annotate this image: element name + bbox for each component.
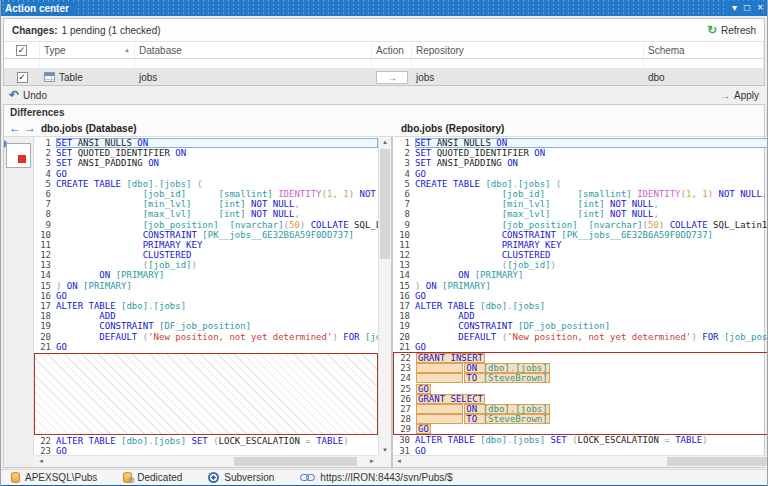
column-header-database[interactable]: Database [135,42,372,58]
code-token [56,332,99,342]
code-line[interactable]: 10 CONSTRAINT [PK__jobs__6E32B6A59F0DD73… [34,230,378,240]
code-line[interactable]: 6 [job_id] [smallint] IDENTITY(1, 1) NOT… [34,189,378,199]
code-line[interactable]: 12 CLUSTERED [393,250,768,260]
diff-map[interactable] [6,143,31,168]
code-line[interactable]: 31GO [393,446,768,455]
column-header-schema[interactable]: Schema [644,42,764,58]
code-line[interactable]: 20 DEFAULT ('New position, not yet deter… [34,332,378,342]
code-line[interactable]: 29GO [394,424,768,434]
code-line[interactable]: 13 ([job_id]) [393,260,768,270]
code-line[interactable]: 6 [job_id] [smallint] IDENTITY(1, 1) NOT… [393,189,768,199]
code-token [415,220,502,230]
undo-button[interactable]: ↶ Undo [9,90,47,101]
scroll-up-icon[interactable]: ▲ [379,139,391,145]
column-header-action[interactable]: Action [372,42,412,58]
code-line[interactable]: 5CREATE TABLE [dbo].[jobs] ( [393,179,768,189]
code-line[interactable]: 18 ADD [393,311,768,321]
scroll-left-icon[interactable]: ◄ [38,458,44,464]
select-all-checkbox[interactable] [16,45,27,56]
code-line[interactable]: 23GO [34,446,378,455]
code-line[interactable]: 11 PRIMARY KEY [34,240,378,250]
apply-button[interactable]: → Apply [720,90,759,101]
code-line[interactable]: 4GO [393,169,768,179]
code-text: CONSTRAINT [PK__jobs__6E32B6A59F0DD737] [56,230,378,240]
table-row[interactable]: Table jobs → jobs dbo [4,69,764,85]
line-number: 10 [34,230,56,240]
code-line[interactable]: 22GRANT INSERT [394,353,768,363]
refresh-button[interactable]: ↻ Refresh [707,25,756,36]
previous-difference-icon[interactable]: ← [9,122,21,134]
code-line[interactable]: 7 [min_lvl] [int] NOT NULL, [34,199,378,209]
maximize-icon[interactable]: □ [744,1,750,15]
code-line[interactable]: 12 CLUSTERED [34,250,378,260]
column-header-repository[interactable]: Repository [412,42,644,58]
code-line[interactable]: 27 ON [dbo].[jobs] [394,404,768,414]
code-line[interactable]: 10 CONSTRAINT [PK__jobs__6E32B6A59F0DD73… [393,230,768,240]
code-line[interactable]: 8 [max_lvl] [int] NOT NULL, [393,209,768,219]
code-line[interactable]: 19 CONSTRAINT [DF_job_position] [34,321,378,331]
code-line[interactable]: 9 [job_position] [nvarchar](50) COLLATE … [393,220,768,230]
code-token: GO [415,446,426,455]
code-line[interactable]: 22ALTER TABLE [dbo].[jobs] SET (LOCK_ESC… [34,436,378,446]
code-line[interactable]: 2SET QUOTED_IDENTIFIER ON [34,148,378,158]
code-line[interactable]: 21GO [34,342,378,352]
code-editor-right: 1SET ANSI_NULLS ON2SET QUOTED_IDENTIFIER… [393,137,768,455]
code-line[interactable]: 1SET ANSI_NULLS ON [34,138,378,148]
code-line[interactable]: 30ALTER TABLE [dbo].[jobs] SET (LOCK_ESC… [393,435,768,445]
code-line[interactable]: 7 [min_lvl] [int] NOT NULL, [393,199,768,209]
code-line[interactable]: 25GO [394,384,768,394]
status-repository-url[interactable]: https://IRON:8443/svn/Pubs/$ [300,472,452,483]
code-line[interactable]: 3SET ANSI_PADDING ON [393,158,768,168]
code-line[interactable]: 23 ON [dbo].[jobs] [394,363,768,373]
select-all-cell[interactable] [4,42,40,58]
code-line[interactable]: 16GO [34,291,378,301]
code-line[interactable]: 14 ON [PRIMARY] [393,270,768,280]
horizontal-scrollbar[interactable]: ◄ ► [393,455,768,467]
code-line[interactable]: 14 ON [PRIMARY] [34,270,378,280]
code-line[interactable]: 26GRANT SELECT [394,394,768,404]
scroll-left-icon[interactable]: ◄ [396,458,402,464]
grid-filter-row[interactable] [4,59,764,69]
code-line[interactable]: 11 PRIMARY KEY [393,240,768,250]
action-direction-button[interactable]: → [376,71,408,84]
code-line[interactable]: 8 [max_lvl] [int] NOT NULL, [34,209,378,219]
code-line[interactable]: 3SET ANSI_PADDING ON [34,158,378,168]
row-checkbox[interactable] [17,72,28,83]
code-line[interactable]: 15) ON [PRIMARY] [393,281,768,291]
code-line[interactable]: 16GO [393,291,768,301]
vertical-scrollbar[interactable]: ▲ ▼ [378,137,391,455]
code-token: ) [332,332,343,342]
code-text: DEFAULT ('New position, not yet determin… [56,332,378,342]
horizontal-scrollbar[interactable]: ◄ ► [35,455,378,467]
code-line[interactable]: 28 TO [SteveBrown] [394,414,768,424]
scrollbar-thumb[interactable] [380,149,390,259]
code-line[interactable]: 21GO [393,342,768,352]
code-token: ON [507,158,518,168]
code-line[interactable]: 5CREATE TABLE [dbo].[jobs] ( [34,179,378,189]
code-token: , [294,199,299,209]
code-line[interactable]: 17ALTER TABLE [dbo].[jobs] [34,301,378,311]
code-line[interactable]: 17ALTER TABLE [dbo].[jobs] [393,301,768,311]
code-text: ON [dbo].[jobs] [416,363,768,373]
code-line[interactable]: 20 DEFAULT ('New position, not yet deter… [393,332,768,342]
close-icon[interactable]: × [757,1,763,15]
scrollbar-thumb[interactable] [234,457,357,466]
scroll-right-icon[interactable]: ► [369,458,375,464]
code-line[interactable]: 13 ([job_id]) [34,260,378,270]
code-line[interactable]: 9 [job_position] [nvarchar](50) COLLATE … [34,220,378,230]
code-line[interactable]: 24 TO [SteveBrown] [394,373,768,383]
code-line[interactable]: 18 ADD [34,311,378,321]
code-line[interactable]: 1SET ANSI_NULLS ON [393,138,768,148]
scrollbar-thumb[interactable] [667,457,768,466]
code-text: ([job_id]) [415,260,768,270]
column-header-type[interactable]: Type ▲ [40,42,135,58]
next-difference-icon[interactable]: → [24,122,36,134]
code-line[interactable]: 2SET QUOTED_IDENTIFIER ON [393,148,768,158]
code-text: PRIMARY KEY [415,240,768,250]
scroll-down-icon[interactable]: ▼ [379,447,391,453]
code-token: SET [56,138,78,148]
window-position-icon[interactable]: ▾ [732,1,737,15]
code-line[interactable]: 15) ON [PRIMARY] [34,281,378,291]
code-line[interactable]: 4GO [34,169,378,179]
code-line[interactable]: 19 CONSTRAINT [DF_job_position] [393,321,768,331]
